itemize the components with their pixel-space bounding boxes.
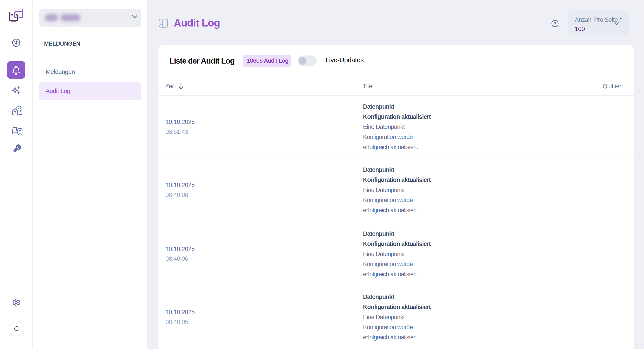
svg-text:?: ? bbox=[554, 21, 556, 26]
